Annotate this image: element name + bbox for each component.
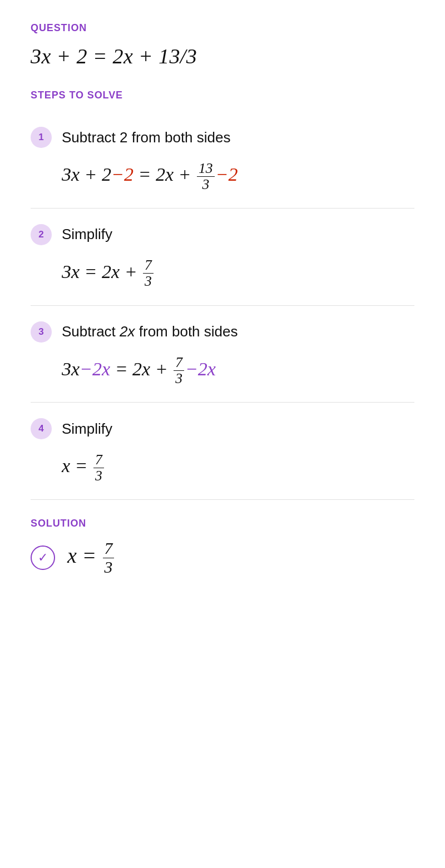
steps-section: STEPS TO SOLVE 1 Subtract 2 from both si… <box>31 90 414 500</box>
question-label: QUESTION <box>31 22 414 34</box>
step-4-header: 4 Simplify <box>31 418 414 439</box>
step-2-equation: 3x = 2x + 73 <box>31 257 414 290</box>
step-2-number: 2 <box>31 224 52 245</box>
solution-equation: x = 73 <box>67 539 115 576</box>
step-1-equation: 3x + 2−2 = 2x + 133−2 <box>31 160 414 192</box>
step-3-title: Subtract 2x from both sides <box>62 323 238 340</box>
step-4-title: Simplify <box>62 420 112 438</box>
check-icon: ✓ <box>38 550 48 565</box>
step-3-equation: 3x−2x = 2x + 73−2x <box>31 355 414 387</box>
step-1-header: 1 Subtract 2 from both sides <box>31 127 414 148</box>
step-2-title: Simplify <box>62 226 112 243</box>
step-3-number: 3 <box>31 321 52 343</box>
step-4: 4 Simplify x = 73 <box>31 403 414 500</box>
question-equation: 3x + 2 = 2x + 13/3 <box>31 44 414 68</box>
step-1-number: 1 <box>31 127 52 148</box>
step-2: 2 Simplify 3x = 2x + 73 <box>31 209 414 306</box>
step-4-number: 4 <box>31 418 52 439</box>
solution-row: ✓ x = 73 <box>31 539 414 576</box>
solution-label: SOLUTION <box>31 518 414 529</box>
check-circle: ✓ <box>31 545 55 570</box>
question-section: QUESTION 3x + 2 = 2x + 13/3 <box>31 22 414 68</box>
step-3: 3 Subtract 2x from both sides 3x−2x = 2x… <box>31 306 414 403</box>
steps-label: STEPS TO SOLVE <box>31 90 414 101</box>
step-2-header: 2 Simplify <box>31 224 414 245</box>
step-3-header: 3 Subtract 2x from both sides <box>31 321 414 343</box>
solution-section: SOLUTION ✓ x = 73 <box>31 518 414 576</box>
step-1: 1 Subtract 2 from both sides 3x + 2−2 = … <box>31 111 414 209</box>
step-1-title: Subtract 2 from both sides <box>62 129 230 146</box>
step-4-equation: x = 73 <box>31 452 414 484</box>
